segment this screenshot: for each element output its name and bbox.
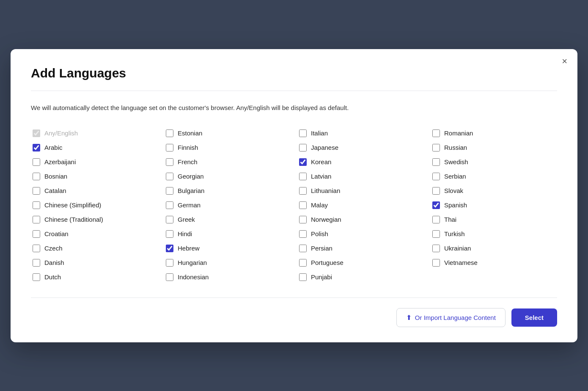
lang-item-croatian[interactable]: Croatian	[31, 227, 157, 241]
lang-item-romanian[interactable]: Romanian	[431, 127, 557, 140]
lang-label-lithuanian: Lithuanian	[311, 187, 340, 194]
checkbox-german[interactable]	[166, 201, 173, 209]
lang-item-swedish[interactable]: Swedish	[431, 155, 557, 169]
lang-item-latvian[interactable]: Latvian	[297, 170, 424, 183]
checkbox-russian[interactable]	[432, 144, 440, 151]
checkbox-persian[interactable]	[299, 245, 307, 252]
checkbox-azerbaijani[interactable]	[33, 158, 40, 166]
lang-item-chinese_simplified[interactable]: Chinese (Simplified)	[31, 198, 157, 212]
checkbox-catalan[interactable]	[33, 187, 40, 195]
lang-item-indonesian[interactable]: Indonesian	[164, 270, 291, 284]
checkbox-punjabi[interactable]	[299, 273, 307, 281]
checkbox-norwegian[interactable]	[299, 216, 307, 223]
lang-item-norwegian[interactable]: Norwegian	[297, 213, 424, 226]
lang-item-spanish[interactable]: Spanish	[431, 198, 557, 212]
checkbox-danish[interactable]	[33, 259, 40, 267]
checkbox-bosnian[interactable]	[33, 173, 40, 180]
checkbox-korean[interactable]	[299, 158, 307, 166]
checkbox-thai[interactable]	[432, 216, 440, 223]
lang-item-danish[interactable]: Danish	[31, 256, 157, 270]
lang-item-malay[interactable]: Malay	[297, 198, 424, 212]
lang-item-korean[interactable]: Korean	[297, 155, 424, 169]
checkbox-finnish[interactable]	[166, 144, 173, 151]
checkbox-japanese[interactable]	[299, 144, 307, 151]
lang-item-thai[interactable]: Thai	[431, 213, 557, 226]
lang-item-german[interactable]: German	[164, 198, 291, 212]
checkbox-arabic[interactable]	[33, 144, 40, 151]
lang-label-arabic: Arabic	[44, 144, 63, 151]
lang-item-polish[interactable]: Polish	[297, 227, 424, 241]
lang-label-hungarian: Hungarian	[178, 259, 207, 266]
checkbox-spanish[interactable]	[432, 201, 440, 209]
lang-label-indonesian: Indonesian	[178, 273, 209, 281]
checkbox-hungarian[interactable]	[166, 259, 173, 267]
select-button[interactable]: Select	[511, 308, 557, 327]
lang-label-croatian: Croatian	[44, 230, 69, 237]
lang-item-japanese[interactable]: Japanese	[297, 141, 424, 154]
checkbox-czech[interactable]	[33, 245, 40, 252]
checkbox-chinese_traditional[interactable]	[33, 216, 40, 223]
import-language-button[interactable]: ⬆ Or Import Language Content	[396, 308, 506, 327]
lang-item-italian[interactable]: Italian	[297, 127, 424, 140]
lang-item-bulgarian[interactable]: Bulgarian	[164, 184, 291, 198]
lang-label-azerbaijani: Azerbaijani	[44, 158, 76, 165]
lang-item-dutch[interactable]: Dutch	[31, 270, 157, 284]
modal-overlay: × Add Languages We will automatically de…	[0, 0, 588, 391]
checkbox-serbian[interactable]	[432, 173, 440, 180]
checkbox-croatian[interactable]	[33, 230, 40, 238]
lang-item-czech[interactable]: Czech	[31, 242, 157, 255]
checkbox-ukrainian[interactable]	[432, 245, 440, 252]
lang-item-russian[interactable]: Russian	[431, 141, 557, 154]
checkbox-vietnamese[interactable]	[432, 259, 440, 267]
checkbox-portuguese[interactable]	[299, 259, 307, 267]
lang-label-hindi: Hindi	[178, 230, 192, 237]
title-divider	[31, 91, 557, 91]
lang-label-german: German	[178, 201, 201, 209]
lang-item-lithuanian[interactable]: Lithuanian	[297, 184, 424, 198]
lang-item-chinese_traditional[interactable]: Chinese (Traditional)	[31, 213, 157, 226]
checkbox-dutch[interactable]	[33, 273, 40, 281]
lang-item-bosnian[interactable]: Bosnian	[31, 170, 157, 183]
checkbox-lithuanian[interactable]	[299, 187, 307, 195]
lang-item-estonian[interactable]: Estonian	[164, 127, 291, 140]
lang-item-persian[interactable]: Persian	[297, 242, 424, 255]
import-button-label: Or Import Language Content	[415, 314, 496, 321]
lang-item-slovak[interactable]: Slovak	[431, 184, 557, 198]
checkbox-slovak[interactable]	[432, 187, 440, 195]
checkbox-hindi[interactable]	[166, 230, 173, 238]
lang-item-arabic[interactable]: Arabic	[31, 141, 157, 154]
checkbox-italian[interactable]	[299, 129, 307, 137]
lang-item-georgian[interactable]: Georgian	[164, 170, 291, 183]
checkbox-estonian[interactable]	[166, 129, 173, 137]
lang-item-catalan[interactable]: Catalan	[31, 184, 157, 198]
checkbox-swedish[interactable]	[432, 158, 440, 166]
lang-item-punjabi[interactable]: Punjabi	[297, 270, 424, 284]
lang-item-ukrainian[interactable]: Ukrainian	[431, 242, 557, 255]
lang-item-greek[interactable]: Greek	[164, 213, 291, 226]
checkbox-polish[interactable]	[299, 230, 307, 238]
checkbox-french[interactable]	[166, 158, 173, 166]
lang-item-serbian[interactable]: Serbian	[431, 170, 557, 183]
lang-item-portuguese[interactable]: Portuguese	[297, 256, 424, 270]
lang-item-vietnamese[interactable]: Vietnamese	[431, 256, 557, 270]
checkbox-georgian[interactable]	[166, 173, 173, 180]
checkbox-malay[interactable]	[299, 201, 307, 209]
checkbox-greek[interactable]	[166, 216, 173, 223]
lang-item-hindi[interactable]: Hindi	[164, 227, 291, 241]
lang-item-hungarian[interactable]: Hungarian	[164, 256, 291, 270]
checkbox-indonesian[interactable]	[166, 273, 173, 281]
footer-divider	[31, 297, 557, 298]
lang-item-turkish[interactable]: Turkish	[431, 227, 557, 241]
checkbox-latvian[interactable]	[299, 173, 307, 180]
checkbox-bulgarian[interactable]	[166, 187, 173, 195]
checkbox-turkish[interactable]	[432, 230, 440, 238]
lang-item-hebrew[interactable]: Hebrew	[164, 242, 291, 255]
modal-description: We will automatically detect the languag…	[31, 103, 557, 113]
lang-item-finnish[interactable]: Finnish	[164, 141, 291, 154]
checkbox-romanian[interactable]	[432, 129, 440, 137]
checkbox-hebrew[interactable]	[166, 245, 173, 252]
lang-item-french[interactable]: French	[164, 155, 291, 169]
checkbox-chinese_simplified[interactable]	[33, 201, 40, 209]
lang-item-azerbaijani[interactable]: Azerbaijani	[31, 155, 157, 169]
close-button[interactable]: ×	[562, 57, 567, 66]
